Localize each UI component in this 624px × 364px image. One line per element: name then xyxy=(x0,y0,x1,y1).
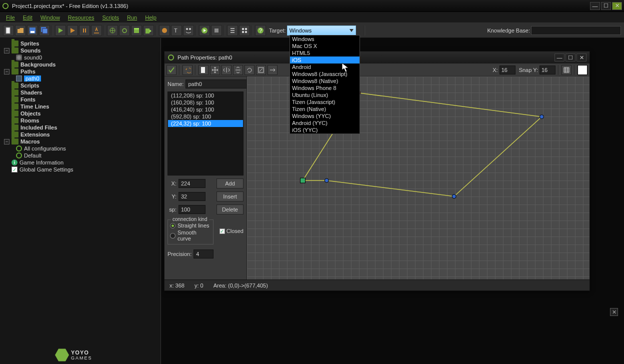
tree-included[interactable]: Included Files xyxy=(2,124,158,131)
undo-button[interactable] xyxy=(182,65,192,75)
open-button[interactable] xyxy=(15,25,26,36)
close-button[interactable]: ✕ xyxy=(612,2,622,10)
target-option[interactable]: Android (YYC) xyxy=(290,120,360,126)
target-option[interactable]: Windows (YYC) xyxy=(290,112,360,120)
tree-sprites[interactable]: Sprites xyxy=(2,40,158,47)
debug-button[interactable] xyxy=(67,25,78,36)
font-button[interactable] xyxy=(183,25,194,36)
collapse-icon[interactable]: − xyxy=(4,48,10,54)
knowledge-base-input[interactable] xyxy=(531,26,621,35)
sprite-button[interactable] xyxy=(159,25,170,36)
maximize-button[interactable]: ☐ xyxy=(601,2,611,10)
list-item[interactable]: (160,208) sp: 100 xyxy=(168,99,243,106)
export-button[interactable] xyxy=(143,25,154,36)
path-close-button[interactable]: ✕ xyxy=(576,54,586,62)
target-option[interactable]: Android xyxy=(290,64,360,70)
grid-toggle-button[interactable] xyxy=(562,65,572,75)
list-item[interactable]: (416,240) sp: 100 xyxy=(168,106,243,113)
target-option[interactable]: Tizen (Native) xyxy=(290,106,360,112)
web-button[interactable] xyxy=(107,25,118,36)
tree-macros[interactable]: −Macros xyxy=(2,138,158,145)
tree-sound0[interactable]: sound0 xyxy=(2,54,158,61)
new-path-button[interactable] xyxy=(198,65,208,75)
y-input[interactable] xyxy=(178,192,206,201)
tree-paths[interactable]: −Paths xyxy=(2,68,158,75)
tree-sounds[interactable]: −Sounds xyxy=(2,47,158,54)
tree-rooms[interactable]: Rooms xyxy=(2,117,158,124)
menu-edit[interactable]: Edit xyxy=(20,14,36,22)
precision-input[interactable] xyxy=(194,250,214,258)
target-select[interactable]: Windows xyxy=(287,26,356,36)
target-option[interactable]: iOS xyxy=(290,56,360,64)
menu-scripts[interactable]: Scripts xyxy=(99,14,122,22)
straight-radio[interactable]: Straight lines xyxy=(170,222,211,229)
scale-button[interactable] xyxy=(256,65,266,75)
save-all-button[interactable] xyxy=(39,25,50,36)
smooth-radio[interactable]: Smooth curve xyxy=(170,229,211,242)
tree-path0[interactable]: path0 xyxy=(2,75,158,82)
menu-resources[interactable]: Resources xyxy=(65,14,98,22)
list-item[interactable]: (592,80) sp: 100 xyxy=(168,113,243,120)
target-dropdown[interactable]: WindowsMac OS XHTML5iOSAndroidWindows8 (… xyxy=(290,35,360,134)
target-option[interactable]: Mac OS X xyxy=(290,42,360,50)
list-button[interactable] xyxy=(227,25,238,36)
move-button[interactable] xyxy=(210,65,220,75)
stop-button[interactable] xyxy=(79,25,90,36)
tree-scripts[interactable]: Scripts xyxy=(2,82,158,89)
target-option[interactable]: iOS (YYC) xyxy=(290,126,360,134)
tree-shaders[interactable]: Shaders xyxy=(2,89,158,96)
tree-allconfig[interactable]: All configurations xyxy=(2,145,158,152)
target-option[interactable]: Windows xyxy=(290,36,360,42)
add-button[interactable]: Add xyxy=(216,178,244,188)
target-option[interactable]: Windows Phone 8 xyxy=(290,84,360,92)
help-button[interactable]: ? xyxy=(255,25,266,36)
confirm-button[interactable] xyxy=(166,65,176,75)
target-option[interactable]: HTML5 xyxy=(290,50,360,56)
refresh-button[interactable] xyxy=(119,25,130,36)
target-option[interactable]: Tizen (Javascript) xyxy=(290,98,360,106)
list-item[interactable]: (224,32) sp: 100 xyxy=(168,120,243,127)
menu-run[interactable]: Run xyxy=(124,14,140,22)
target-option[interactable]: Windows8 (Javascript) xyxy=(290,70,360,78)
snap-y-input[interactable] xyxy=(540,66,556,74)
closed-checkbox[interactable]: ✓ Closed xyxy=(220,228,244,234)
tree-extensions[interactable]: Extensions xyxy=(2,131,158,138)
tree-globalsettings[interactable]: ✓Global Game Settings xyxy=(2,166,158,173)
mirror-h-button[interactable] xyxy=(222,65,232,75)
rotate-button[interactable] xyxy=(244,65,254,75)
target-option[interactable]: Ubuntu (Linux) xyxy=(290,92,360,98)
menu-window[interactable]: Window xyxy=(38,14,63,22)
text-button[interactable]: T xyxy=(171,25,182,36)
points-list[interactable]: (112,208) sp: 100 (160,208) sp: 100 (416… xyxy=(168,92,244,176)
bg-color-button[interactable] xyxy=(578,65,588,75)
target-option[interactable]: Windows8 (Native) xyxy=(290,78,360,84)
menu-file[interactable]: File xyxy=(3,14,18,22)
tree-backgrounds[interactable]: Backgrounds xyxy=(2,61,158,68)
panel-close-button[interactable]: ✕ xyxy=(610,308,618,316)
tree-default[interactable]: Default xyxy=(2,152,158,159)
path-minimize-button[interactable]: — xyxy=(554,54,564,62)
collapse-icon[interactable]: − xyxy=(4,139,10,144)
tree-fonts[interactable]: Fonts xyxy=(2,96,158,103)
tree-timelines[interactable]: Time Lines xyxy=(2,103,158,110)
package-button[interactable] xyxy=(131,25,142,36)
insert-button[interactable]: Insert xyxy=(216,192,244,202)
collapse-icon[interactable]: − xyxy=(4,69,10,74)
run-button[interactable] xyxy=(55,25,66,36)
sp-input[interactable] xyxy=(178,205,206,214)
mirror-v-button[interactable] xyxy=(233,65,243,75)
grid-button[interactable] xyxy=(239,25,250,36)
tree-gameinfo[interactable]: iGame Information xyxy=(2,159,158,166)
clean-button[interactable] xyxy=(91,25,102,36)
save-button[interactable] xyxy=(27,25,38,36)
path-window-titlebar[interactable]: Path Properties: path0 — ☐ ✕ xyxy=(164,52,590,64)
x-input[interactable] xyxy=(178,179,206,188)
tree-objects[interactable]: Objects xyxy=(2,110,158,117)
path-maximize-button[interactable]: ☐ xyxy=(566,54,576,62)
menu-help[interactable]: Help xyxy=(142,14,160,22)
minimize-button[interactable]: — xyxy=(590,2,600,10)
delete-button[interactable]: Delete xyxy=(216,204,244,214)
list-item[interactable]: (112,208) sp: 100 xyxy=(168,92,243,99)
stop-square-button[interactable] xyxy=(211,25,222,36)
snap-x-input[interactable] xyxy=(500,66,516,74)
